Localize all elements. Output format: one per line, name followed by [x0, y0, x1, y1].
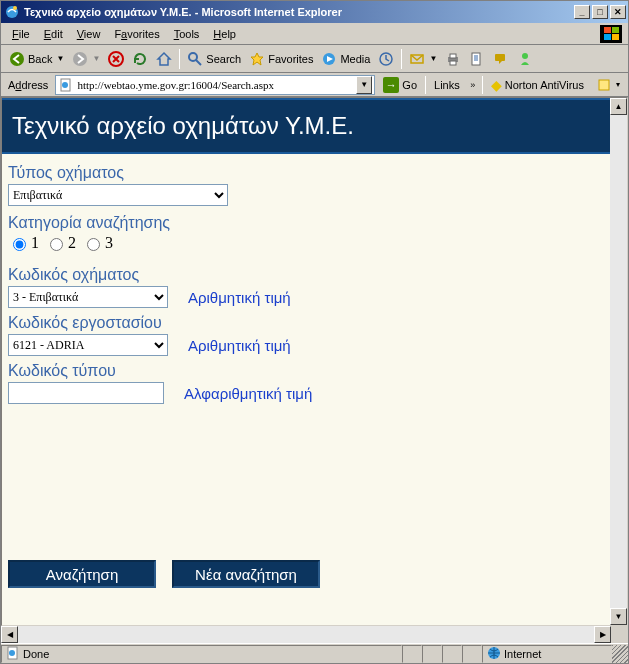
mail-button[interactable]: ▼: [405, 48, 441, 70]
go-label: Go: [402, 79, 417, 91]
factory-code-label: Κωδικός εργοστασίου: [8, 314, 604, 332]
history-button[interactable]: [374, 48, 398, 70]
back-button[interactable]: Back ▼: [5, 48, 68, 70]
titlebar: Τεχνικό αρχείο οχημάτων Υ.Μ.Ε. - Microso…: [1, 1, 628, 23]
radio-2[interactable]: 2: [45, 234, 76, 252]
back-icon: [9, 51, 25, 67]
favorites-button[interactable]: Favorites: [245, 48, 317, 70]
search-button[interactable]: Search: [183, 48, 245, 70]
menu-help[interactable]: Help: [206, 26, 243, 42]
stop-button[interactable]: [104, 48, 128, 70]
window-title: Τεχνικό αρχείο οχημάτων Υ.Μ.Ε. - Microso…: [24, 6, 574, 18]
scroll-down-icon[interactable]: ▼: [610, 608, 627, 625]
back-dropdown-icon[interactable]: ▼: [56, 54, 64, 63]
go-button[interactable]: → Go: [379, 77, 421, 93]
radio-1-input[interactable]: [13, 238, 26, 251]
mail-dropdown-icon[interactable]: ▼: [429, 54, 437, 63]
status-main: Done: [1, 645, 402, 663]
print-button[interactable]: [441, 48, 465, 70]
go-icon: →: [383, 77, 399, 93]
search-category-radios: 1 2 3: [8, 234, 604, 252]
address-bar: Address ▼ → Go Links » ◆ Norton AntiViru…: [1, 73, 628, 97]
norton-button[interactable]: ◆ Norton AntiVirus: [487, 77, 588, 93]
svg-point-14: [522, 53, 528, 59]
type-code-input[interactable]: [8, 382, 164, 404]
content-wrap: Τεχνικό αρχείο οχημάτων Υ.Μ.Ε. Τύπος οχή…: [1, 97, 628, 626]
resize-grip[interactable]: [612, 645, 628, 663]
radio-3-input[interactable]: [87, 238, 100, 251]
maximize-button[interactable]: □: [592, 5, 608, 19]
media-icon: [321, 51, 337, 67]
radio-3[interactable]: 3: [82, 234, 113, 252]
favorites-label: Favorites: [268, 53, 313, 65]
scroll-up-icon[interactable]: ▲: [610, 98, 627, 115]
scroll-corner: [611, 626, 628, 643]
minimize-button[interactable]: _: [574, 5, 590, 19]
norton-label: Norton AntiVirus: [505, 79, 584, 91]
refresh-button[interactable]: [128, 48, 152, 70]
forward-dropdown-icon[interactable]: ▼: [92, 54, 100, 63]
type-code-label: Κωδικός τύπου: [8, 362, 604, 380]
svg-point-1: [13, 6, 17, 10]
svg-rect-13: [495, 54, 505, 61]
norton-extra-icon: [596, 77, 612, 93]
menu-file[interactable]: File: [5, 26, 37, 42]
menu-edit[interactable]: Edit: [37, 26, 70, 42]
horizontal-scrollbar[interactable]: ◀ ▶: [1, 626, 611, 643]
factory-code-hint: Αριθμητική τιμή: [188, 337, 291, 354]
forward-icon: [72, 51, 88, 67]
menu-view[interactable]: View: [70, 26, 108, 42]
radio-2-input[interactable]: [50, 238, 63, 251]
favorites-icon: [249, 51, 265, 67]
close-button[interactable]: ✕: [610, 5, 626, 19]
new-search-button[interactable]: Νέα αναζήτηση: [172, 560, 320, 588]
svg-point-2: [10, 52, 24, 66]
search-icon: [187, 51, 203, 67]
svg-point-3: [73, 52, 87, 66]
home-button[interactable]: [152, 48, 176, 70]
forward-button[interactable]: ▼: [68, 48, 104, 70]
search-category-label: Κατηγορία αναζήτησης: [8, 214, 604, 232]
links-label[interactable]: Links: [430, 79, 464, 91]
scroll-left-icon[interactable]: ◀: [1, 626, 18, 643]
svg-point-16: [62, 82, 68, 88]
media-label: Media: [340, 53, 370, 65]
navigation-toolbar: Back ▼ ▼ Search Favorites Media: [1, 45, 628, 73]
status-zone: Internet: [482, 645, 612, 663]
search-button-submit[interactable]: Αναζήτηση: [8, 560, 156, 588]
vehicle-code-select[interactable]: 3 - Επιβατικά: [8, 286, 168, 308]
menu-tools[interactable]: Tools: [167, 26, 207, 42]
search-label: Search: [206, 53, 241, 65]
type-code-hint: Αλφαριθμητική τιμή: [184, 385, 312, 402]
internet-icon: [487, 646, 501, 662]
norton-extra-dropdown-icon[interactable]: ▾: [616, 80, 620, 89]
radio-1[interactable]: 1: [8, 234, 39, 252]
address-input[interactable]: [77, 79, 356, 91]
page-icon: [58, 77, 74, 93]
media-button[interactable]: Media: [317, 48, 374, 70]
edit-icon: [469, 51, 485, 67]
edit-button[interactable]: [465, 48, 489, 70]
messenger-button[interactable]: [513, 48, 537, 70]
factory-code-select[interactable]: 6121 - ADRIA: [8, 334, 168, 356]
norton-icon: ◆: [491, 77, 502, 93]
vertical-scrollbar[interactable]: ▲ ▼: [610, 98, 627, 625]
status-cell-1: [402, 645, 422, 663]
svg-rect-12: [472, 53, 480, 65]
svg-point-19: [9, 650, 15, 656]
windows-flag-icon: [600, 25, 622, 43]
print-icon: [445, 51, 461, 67]
address-label: Address: [5, 79, 51, 91]
links-chevron-icon[interactable]: »: [468, 80, 478, 90]
discuss-button[interactable]: [489, 48, 513, 70]
menu-favorites[interactable]: Favorites: [107, 26, 166, 42]
vehicle-type-label: Τύπος οχήματος: [8, 164, 604, 182]
vehicle-type-select[interactable]: Επιβατικά: [8, 184, 228, 206]
norton-extra-button[interactable]: ▾: [592, 74, 624, 96]
horizontal-scrollbar-wrap: ◀ ▶: [1, 626, 628, 643]
hscroll-track[interactable]: [18, 626, 594, 643]
svg-rect-10: [450, 54, 456, 58]
scroll-right-icon[interactable]: ▶: [594, 626, 611, 643]
address-dropdown-icon[interactable]: ▼: [356, 76, 372, 94]
scroll-track[interactable]: [610, 115, 627, 608]
